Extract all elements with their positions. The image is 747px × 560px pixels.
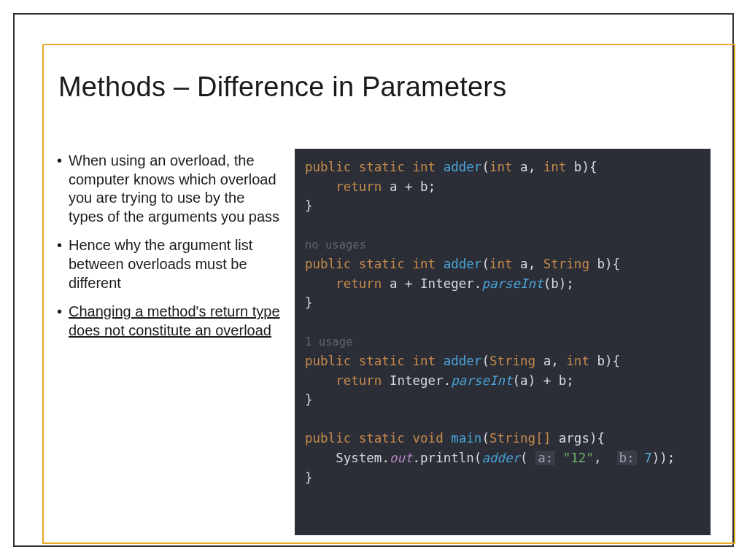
slide-title: Methods – Difference in Parameters xyxy=(58,71,506,103)
fn-parseInt: parseInt xyxy=(481,276,543,291)
usage-hint-none: no usages xyxy=(305,238,366,252)
kw-public: public xyxy=(305,160,351,174)
fld-out: out xyxy=(390,451,413,465)
kw-void: void xyxy=(413,431,444,446)
number-literal: 7 xyxy=(644,451,652,465)
kw-return: return xyxy=(336,179,382,194)
cls-System: System xyxy=(336,451,382,465)
bullet-list: When using an overload, the computer kno… xyxy=(57,152,283,350)
usage-hint-one: 1 usage xyxy=(305,335,352,349)
bullet-1: When using an overload, the computer kno… xyxy=(57,152,283,226)
fn-main: main xyxy=(451,431,481,446)
bullet-3: Changing a method's return type does not… xyxy=(57,303,283,340)
param-hint-a: a: xyxy=(535,451,555,465)
string-literal: "12" xyxy=(563,451,594,465)
fn-adder: adder xyxy=(444,160,482,174)
code-snippet: public static int adder(int a, int b){ r… xyxy=(295,149,711,535)
bullet-2: Hence why the argument list between over… xyxy=(57,236,283,292)
type-int: int xyxy=(413,160,436,174)
param-hint-b: b: xyxy=(617,451,637,465)
outer-frame: Methods – Difference in Parameters When … xyxy=(13,13,734,547)
fn-println: println xyxy=(420,451,474,465)
kw-static: static xyxy=(359,160,405,174)
